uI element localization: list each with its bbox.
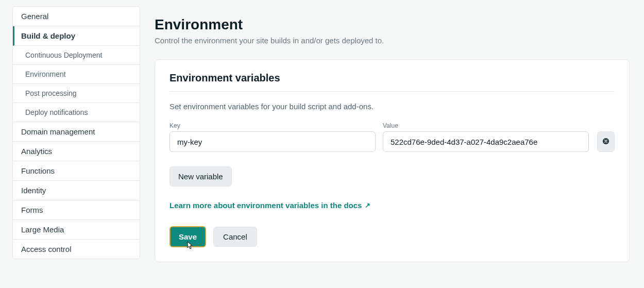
page-subtitle: Control the environment your site builds… bbox=[155, 36, 630, 45]
learn-more-link[interactable]: Learn more about environment variables i… bbox=[170, 201, 370, 210]
sidebar-item-forms[interactable]: Forms bbox=[13, 200, 140, 220]
remove-variable-button[interactable] bbox=[597, 131, 615, 152]
value-field-group: Value bbox=[383, 122, 589, 152]
save-button[interactable]: Save bbox=[170, 226, 206, 247]
external-link-icon: ↗ bbox=[365, 201, 370, 209]
key-input[interactable] bbox=[170, 131, 376, 152]
key-label: Key bbox=[170, 122, 376, 129]
cursor-icon bbox=[185, 241, 193, 253]
value-label: Value bbox=[383, 122, 589, 129]
sidebar-subitem-post-processing[interactable]: Post processing bbox=[13, 84, 140, 103]
card-title: Environment variables bbox=[170, 72, 615, 92]
sidebar-item-build-deploy[interactable]: Build & deploy bbox=[13, 26, 140, 46]
sidebar-item-access-control[interactable]: Access control bbox=[13, 240, 140, 259]
learn-more-label: Learn more about environment variables i… bbox=[170, 201, 362, 210]
sidebar-item-large-media[interactable]: Large Media bbox=[13, 220, 140, 240]
sidebar-subitem-continuous-deployment[interactable]: Continuous Deployment bbox=[13, 46, 140, 65]
env-variables-card: Environment variables Set environment va… bbox=[155, 59, 630, 262]
close-circle-icon bbox=[602, 138, 609, 146]
cancel-button[interactable]: Cancel bbox=[213, 227, 257, 247]
new-variable-button[interactable]: New variable bbox=[170, 166, 232, 187]
sidebar-subitem-environment[interactable]: Environment bbox=[13, 65, 140, 84]
key-field-group: Key bbox=[170, 122, 376, 152]
card-description: Set environment variables for your build… bbox=[170, 102, 615, 111]
value-input[interactable] bbox=[383, 131, 589, 152]
variable-row: Key Value bbox=[170, 122, 615, 152]
sidebar: General Build & deploy Continuous Deploy… bbox=[12, 6, 140, 259]
sidebar-subitem-deploy-notifications[interactable]: Deploy notifications bbox=[13, 103, 140, 122]
sidebar-item-general[interactable]: General bbox=[13, 7, 140, 26]
page-title: Environment bbox=[155, 16, 630, 33]
sidebar-item-identity[interactable]: Identity bbox=[13, 181, 140, 200]
button-row: Save Cancel bbox=[170, 226, 615, 247]
save-button-label: Save bbox=[179, 232, 197, 241]
sidebar-item-domain-management[interactable]: Domain management bbox=[13, 122, 140, 142]
sidebar-item-analytics[interactable]: Analytics bbox=[13, 142, 140, 161]
main-content: Environment Control the environment your… bbox=[140, 0, 644, 288]
sidebar-item-functions[interactable]: Functions bbox=[13, 161, 140, 181]
